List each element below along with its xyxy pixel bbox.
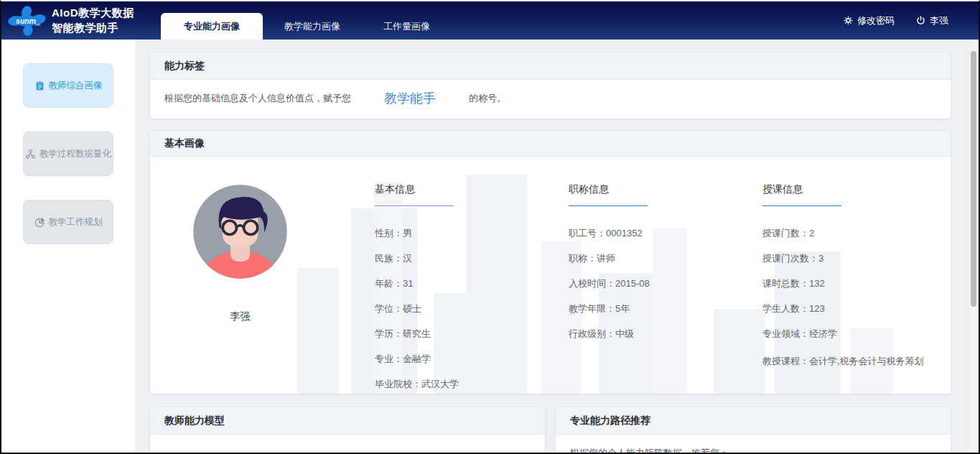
info-row: 教学年限：5年 xyxy=(569,304,737,315)
ability-tag-text-after: 的称号。 xyxy=(469,92,506,105)
info-row: 学历：研究生 xyxy=(375,329,543,340)
gear-icon xyxy=(844,16,853,25)
course-info-title: 授课信息 xyxy=(762,183,841,206)
svg-text:sunm: sunm xyxy=(16,16,36,24)
app-window: sunm net AIoD教学大数据 智能教学助手 专业能力画像 教学能力画像 … xyxy=(0,0,980,454)
info-row: 教授课程：会计学,税务会计与税务筹划 xyxy=(762,354,942,369)
bottom-row: 教师能力模型 人才素质 专业能力路径推荐 根据您的个人能力矩阵数据，推荐您： xyxy=(150,407,951,453)
sidebar-item-teaching-data-quantification[interactable]: 教学过程数据量化 xyxy=(23,131,113,176)
sidebar: 教师综合画像 教学过程数据量化 教学工作规划 xyxy=(1,40,135,453)
info-row: 职称：讲师 xyxy=(569,254,737,264)
avatar xyxy=(192,183,289,283)
header-right: 修改密码 李强 xyxy=(844,1,979,40)
path-recommendation-card: 专业能力路径推荐 根据您的个人能力矩阵数据，推荐您： xyxy=(556,407,951,453)
sunmnet-logo: sunm net xyxy=(7,5,47,37)
profile-identity: 李强 xyxy=(163,183,350,394)
info-row: 年龄：31 xyxy=(375,279,543,289)
pie-chart-icon xyxy=(34,217,45,228)
tab-professional-ability[interactable]: 专业能力画像 xyxy=(161,13,263,40)
ability-model-card-title: 教师能力模型 xyxy=(150,407,545,435)
basic-profile-card: 基本画像 xyxy=(150,131,951,394)
info-row: 学位：硕士 xyxy=(375,304,543,315)
vertical-scrollbar xyxy=(970,41,977,451)
path-recommendation-card-title: 专业能力路径推荐 xyxy=(556,407,951,435)
course-info-rows: 授课门数：2 授课门次数：3 课时总数：132 学生人数：123 专业领域：经济… xyxy=(762,228,942,369)
info-row: 专业领域：经济学 xyxy=(762,329,942,340)
info-row: 学生人数：123 xyxy=(762,304,942,315)
ability-tag-card-title: 能力标签 xyxy=(150,52,951,80)
title-info-rows: 职工号：0001352 职称：讲师 入校时间：2015-08 教学年限：5年 行… xyxy=(569,228,737,340)
tab-teaching-ability[interactable]: 教学能力画像 xyxy=(263,13,362,40)
info-row: 职工号：0001352 xyxy=(569,228,737,239)
sidebar-item-label: 教学过程数据量化 xyxy=(39,148,111,160)
change-password-link[interactable]: 修改密码 xyxy=(844,14,895,27)
change-password-label: 修改密码 xyxy=(857,14,895,27)
ability-model-card: 教师能力模型 人才素质 xyxy=(150,407,545,453)
app-title: AIoD教学大数据 智能教学助手 xyxy=(52,6,134,35)
title-info-column: 职称信息 职工号：0001352 职称：讲师 入校时间：2015-08 教学年限… xyxy=(569,183,737,394)
path-recommendation-text: 根据您的个人能力矩阵数据，推荐您： xyxy=(556,435,951,453)
app-header: sunm net AIoD教学大数据 智能教学助手 专业能力画像 教学能力画像 … xyxy=(1,1,979,40)
username-label: 李强 xyxy=(930,14,948,27)
info-row: 入校时间：2015-08 xyxy=(569,279,737,289)
brand: sunm net AIoD教学大数据 智能教学助手 xyxy=(1,1,144,40)
basic-info-title: 基本信息 xyxy=(375,183,454,206)
course-info-column: 授课信息 授课门数：2 授课门次数：3 课时总数：132 学生人数：123 专业… xyxy=(762,183,942,394)
tab-workload[interactable]: 工作量画像 xyxy=(362,13,452,40)
teacher-name: 李强 xyxy=(192,310,289,323)
basic-info-column: 基本信息 性别：男 民族：汉 年龄：31 学位：硕士 学历：研究生 专业：金融学… xyxy=(375,183,543,394)
sidebar-item-teaching-work-planning[interactable]: 教学工作规划 xyxy=(23,200,113,244)
app-title-line1: AIoD教学大数据 xyxy=(52,6,134,20)
svg-text:net: net xyxy=(35,22,41,26)
basic-info-rows: 性别：男 民族：汉 年龄：31 学位：硕士 学历：研究生 专业：金融学 毕业院校… xyxy=(375,228,543,390)
info-row: 授课门数：2 xyxy=(762,228,942,239)
power-icon xyxy=(916,16,925,25)
info-row: 课时总数：132 xyxy=(762,279,942,289)
ability-tag-value: 教学能手 xyxy=(384,90,436,107)
main-content: 能力标签 根据您的基础信息及个人信息价值点，赋予您 教学能手 的称号。 基本画像 xyxy=(135,40,979,453)
title-info-title: 职称信息 xyxy=(569,183,648,206)
ability-tag-card: 能力标签 根据您的基础信息及个人信息价值点，赋予您 教学能手 的称号。 xyxy=(150,52,951,119)
sidebar-item-label: 教学工作规划 xyxy=(49,216,103,228)
clipboard-icon xyxy=(34,80,45,91)
ability-tag-text-before: 根据您的基础信息及个人信息价值点，赋予您 xyxy=(164,92,351,105)
scrollbar-thumb[interactable] xyxy=(971,51,976,307)
info-row: 行政级别：中级 xyxy=(569,329,737,340)
info-row: 授课门次数：3 xyxy=(762,254,942,264)
ability-model-body: 人才素质 xyxy=(150,435,545,453)
ability-tag-body: 根据您的基础信息及个人信息价值点，赋予您 教学能手 的称号。 xyxy=(150,80,951,119)
sidebar-item-label: 教师综合画像 xyxy=(49,80,103,92)
basic-profile-card-title: 基本画像 xyxy=(150,131,951,157)
info-row: 性别：男 xyxy=(375,228,543,239)
sidebar-item-teacher-profile[interactable]: 教师综合画像 xyxy=(23,63,113,108)
avatar-illustration-icon xyxy=(192,183,289,280)
info-row: 专业：金融学 xyxy=(375,354,543,365)
top-nav: 专业能力画像 教学能力画像 工作量画像 xyxy=(161,1,452,40)
app-title-line2: 智能教学助手 xyxy=(52,21,134,35)
sitemap-icon xyxy=(25,149,36,159)
user-menu[interactable]: 李强 xyxy=(916,14,948,27)
info-row: 民族：汉 xyxy=(375,254,543,264)
basic-profile-body: 李强 基本信息 性别：男 民族：汉 年龄：31 学位：硕士 学历：研究生 专业：… xyxy=(150,157,951,394)
info-row: 毕业院校：武汉大学 xyxy=(375,379,543,390)
